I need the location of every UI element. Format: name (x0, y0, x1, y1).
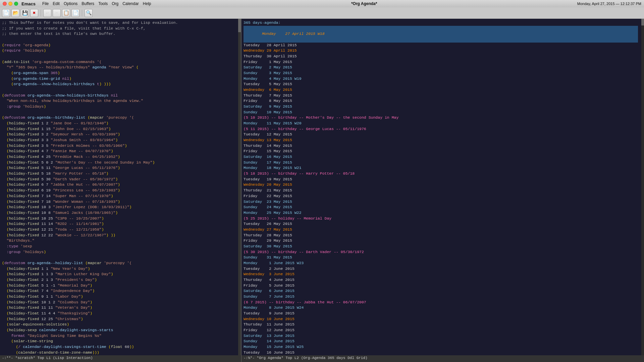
undo-button[interactable]: ↩ (43, 9, 51, 17)
saturday-jun13: Saturday 13 June 2015 (244, 333, 638, 339)
sunday-may3: Sunday 3 May 2015 (244, 70, 638, 76)
copy-button[interactable]: 📋 (62, 9, 70, 17)
save-button[interactable]: 💾 (21, 9, 29, 17)
thursday-may21: Thursday 21 May 2015 (244, 188, 638, 193)
bday-r2d2: (holiday-fixed 11 14 "R2D2 -- 11/14/1981… (2, 221, 235, 227)
sys-icons: Monday, April 27, 2015 — 12:12:37 PM (577, 2, 641, 6)
today-day: Monday 27 April 2015 W18 (262, 32, 324, 36)
defcustom-birthday: (defcustom org-agenda--birthday-list (ma… (2, 115, 235, 121)
main-area: ;; This buffer is for notes you don't wa… (0, 19, 644, 355)
event-darth-vader: (5 30 2015) -- birthday -- Darth Vader -… (244, 249, 638, 255)
window-title: *Org Agenda* (151, 1, 577, 6)
hol-newyear: (holiday-fixed 1 1 "New Year's Day") (2, 266, 235, 272)
friday-may22: Friday 22 May 2015 (244, 193, 638, 199)
event-jabba: (6 7 2015) -- birthday -- Jabba the Hut … (244, 300, 638, 305)
sunday-may17: Sunday 17 May 2015 (244, 160, 638, 166)
saturday-jun6: Saturday 6 June 2015 (244, 288, 638, 294)
defcustom-show-group: :group 'holidays) (2, 104, 235, 110)
maximize-button[interactable] (14, 2, 18, 6)
scratch-code: ;; This buffer is for notes you don't wa… (2, 20, 239, 355)
bday-princess: (holiday-fixed 6 19 "Princess Lea -- 06/… (2, 188, 235, 193)
event-harry-potter: (5 18 2015) -- birthday -- Harry Potter … (244, 171, 638, 177)
wednesday-may13: Wednesday 13 May 2015 (244, 137, 638, 143)
thursday-jun11: Thursday 11 June 2015 (244, 322, 638, 327)
comment-line-1: ;; This buffer is for notes you don't wa… (2, 20, 235, 26)
require-org: (require 'org-agenda) (2, 43, 235, 48)
menu-help[interactable]: Help (143, 1, 151, 6)
bday-seymour: (holiday-fixed 3 2 "Seymour Hersh -- 03/… (2, 132, 235, 137)
search-button[interactable]: 🔍 (85, 9, 93, 17)
right-scrollbar[interactable] (641, 19, 644, 355)
blank-line2 (2, 54, 235, 59)
tuesday-jun2: Tuesday 2 June 2015 (244, 266, 638, 272)
friday-jun5: Friday 5 June 2015 (244, 283, 638, 289)
menu-options[interactable]: Options (64, 1, 77, 6)
menu-calendar[interactable]: Calendar (122, 1, 139, 6)
wednesday-jun10: Wednesday 10 June 2015 (244, 316, 638, 322)
sunday-jun7: Sunday 7 June 2015 (244, 294, 638, 300)
year-view-3: (org-agenda-time-grid nil) (2, 76, 235, 82)
hol-tz: (calendar-standard-time-zone-name))) (2, 350, 235, 355)
left-scrollbar[interactable] (238, 19, 241, 355)
thursday-jun4: Thursday 4 June 2015 (244, 277, 638, 283)
bday-jabba: (holiday-fixed 6 7 "Jabba the Hut -- 06/… (2, 182, 235, 188)
toolbar-separator (41, 10, 41, 16)
agenda-today-line[interactable]: Monday 27 April 2015 W18 (244, 26, 638, 43)
bday-freddie: (holiday-fixed 4 25 "Freddie Mack -- 04/… (2, 154, 235, 160)
minimize-button[interactable] (8, 2, 12, 6)
hol-presidents: (holiday-float 2 1 3 "President's Day") (2, 277, 235, 283)
left-scroll-thumb[interactable] (238, 19, 241, 32)
year-view-2: (org-agenda-span 365) (2, 70, 235, 76)
wednesday-may27: Wednesday 27 May 2015 (244, 227, 638, 233)
sunday-may24: Sunday 24 May 2015 (244, 204, 638, 210)
tuesday-may5: Tuesday 5 May 2015 (244, 81, 638, 87)
hol-independence: (holiday-float 7 4 "Independence Day") (2, 288, 235, 294)
bday-darth: (holiday-fixed 5 30 "Darth Vader -- 05/3… (2, 177, 235, 182)
agenda-header: 365 days-agenda: (244, 20, 638, 26)
close-button[interactable] (3, 2, 7, 6)
monday-may11: Monday 11 May 2015 W20 (244, 121, 638, 126)
traffic-lights (3, 2, 18, 6)
monday-may18: Monday 18 May 2015 W21 (244, 165, 638, 171)
hol-solar: (solar-equinoxes-solstices) (2, 322, 235, 327)
close-buffer-button[interactable]: ✖ (30, 9, 38, 17)
menu-tools[interactable]: Tools (98, 1, 108, 6)
thursday-may28: Thursday 28 May 2015 (244, 233, 638, 238)
defcustom-show: (defcustom org-agenda--show-holidays-bir… (2, 93, 235, 99)
friday-jun12: Friday 12 June 2015 (244, 327, 638, 333)
monday-jun8: Monday 8 June 2015 W24 (244, 305, 638, 311)
toolbar-separator2 (82, 10, 82, 16)
scratch-buffer[interactable]: ;; This buffer is for notes you don't wa… (0, 19, 241, 355)
tuesday-may12: Tuesday 12 May 2015 (244, 132, 638, 137)
paste-button[interactable]: 📄 (71, 9, 79, 17)
sunday-may10: Sunday 10 May 2015 (244, 110, 638, 115)
tuesday-may19: Tuesday 19 May 2015 (244, 177, 638, 182)
comment-line-3: ;; then enter the text in that file's ow… (2, 31, 235, 37)
hol-christmas: (holiday-fixed 12 25 "Christmas") (2, 316, 235, 322)
sunday-may31: Sunday 31 May 2015 (244, 255, 638, 260)
bday-c3po: (holiday-fixed 10 25 "C3P0 -- 10/25/2007… (2, 216, 235, 222)
menu-org[interactable]: Org (112, 1, 118, 6)
statusbar: -:**- *scratch* Top L1 (Lisp Interaction… (0, 355, 644, 362)
hol-labor: (holiday-float 9 1 1 "Labor Day") (2, 294, 235, 300)
tuesday-jun9: Tuesday 9 June 2015 (244, 311, 638, 316)
cut-button[interactable]: ✂ (53, 9, 61, 17)
hol-sexp: (holiday-sexp calendar-daylight-savings-… (2, 327, 235, 333)
org-agenda-buffer[interactable]: 365 days-agenda: Monday 27 April 2015 W1… (241, 19, 644, 355)
new-file-button[interactable]: 📄 (2, 9, 10, 17)
menu-buffers[interactable]: Buffers (82, 1, 94, 6)
menu-file[interactable]: File (42, 1, 49, 6)
saturday-may9: Saturday 9 May 2015 (244, 104, 638, 110)
menu-edit[interactable]: Edit (53, 1, 60, 6)
right-scroll-thumb[interactable] (641, 19, 644, 25)
friday-may1: Friday 1 May 2015 (244, 59, 638, 65)
saturday-may23: Saturday 23 May 2015 (244, 199, 638, 205)
bday-jenifer: (holiday-fixed 10 3 "Jenifer Lopez (DOB:… (2, 204, 235, 210)
open-file-button[interactable]: 📂 (11, 9, 19, 17)
defcustom-show-doc: "When non-nil, show holidays/birthdays i… (2, 98, 235, 104)
tuesday-jun16: Tuesday 16 June 2015 (244, 350, 638, 355)
hol-columbus: (holiday-float 10 1 2 "Columbus Day") (2, 300, 235, 305)
event-memorial-day: (5 25 2015) -- holiday -- Memorial Day (244, 216, 638, 222)
bday-harry: (holiday-fixed 5 18 "Harry Potter -- 05/… (2, 171, 235, 177)
hol-memorial: (holiday-float 5 1 -1 "Memorial Day") (2, 283, 235, 289)
